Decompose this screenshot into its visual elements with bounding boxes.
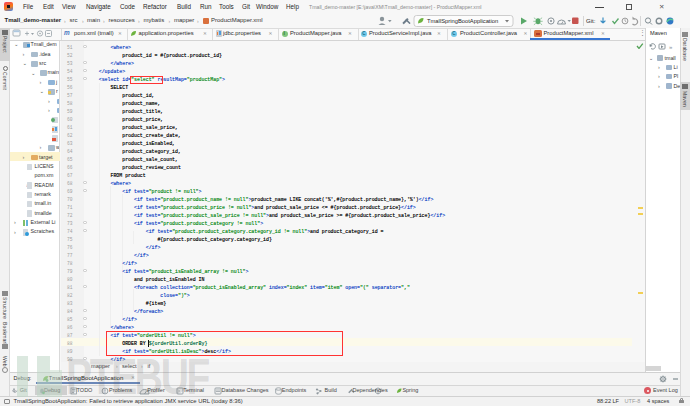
svg-text:Git:: Git: [586,18,596,24]
svg-text:»: » [669,44,673,50]
svg-text:TmallSpringBootApplication: TmallSpringBootApplication [427,18,498,24]
